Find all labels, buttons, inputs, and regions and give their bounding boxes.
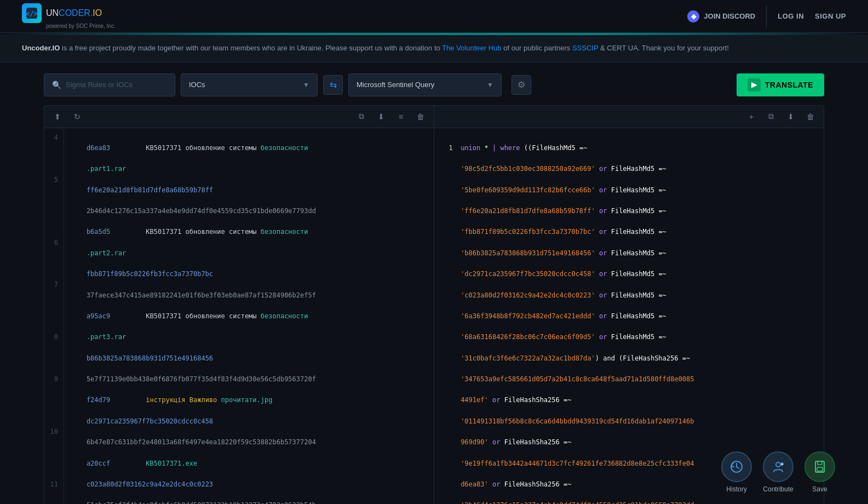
contribute-icon: + xyxy=(763,451,794,482)
ssscip-link[interactable]: SSSCIP xyxy=(572,44,598,52)
svg-point-3 xyxy=(776,462,780,467)
chevron-down-icon: ▼ xyxy=(487,81,493,89)
logo-main: UNCODER.IO xyxy=(46,8,102,18)
discord-label: JOIN DISCORD xyxy=(704,12,755,20)
header-nav: ◆ JOIN DISCORD LOG IN SIGN UP xyxy=(687,5,846,27)
right-editor-panel: + ⧉ ⬇ 🗑 1 union * | where ((FileHashMd5 … xyxy=(434,106,824,504)
svg-text:+: + xyxy=(781,462,783,466)
header: </> UNCODER.IO powered by SOC Prime, Inc… xyxy=(0,0,868,33)
settings-button[interactable]: ⚙ xyxy=(511,75,531,95)
banner-text1: is a free project proudly made together … xyxy=(60,44,442,52)
banner-brand: Uncoder.IO xyxy=(22,44,60,52)
copy-output-button[interactable]: ⧉ xyxy=(763,109,779,124)
svg-text:</>: </> xyxy=(25,9,38,18)
svg-rect-8 xyxy=(817,467,823,471)
discord-icon: ◆ xyxy=(687,10,699,22)
volunteer-hub-link[interactable]: The Volunteer Hub xyxy=(442,44,501,52)
upload-button[interactable]: ⬆ xyxy=(50,109,65,124)
zoom-button[interactable]: + xyxy=(744,109,759,124)
main-content: 🔍 Sigma Rules or IOCs IOCs ▼ ⇆ Microsoft… xyxy=(0,62,868,504)
translate-button[interactable]: ▶ TRANSLATE xyxy=(737,73,824,96)
output-code-content: 1 union * | where ((FileHashMd5 =~ '98c5… xyxy=(434,128,824,504)
discord-button[interactable]: ◆ JOIN DISCORD xyxy=(687,10,755,22)
banner-text2: of our public partners xyxy=(502,44,572,52)
download-output-button[interactable]: ⬇ xyxy=(783,109,798,124)
settings-icon[interactable]: ≡ xyxy=(393,109,409,124)
left-editor-toolbar: ⬆ ↻ ⧉ ⬇ ≡ 🗑 xyxy=(44,106,434,128)
output-type-select[interactable]: Microsoft Sentinel Query ▼ xyxy=(348,73,502,96)
powered-by: powered by SOC Prime, Inc. xyxy=(46,23,116,29)
left-code-content: d6ea83 KB5017371 обновление системы безо… xyxy=(64,128,434,504)
delete-button[interactable]: 🗑 xyxy=(413,109,428,124)
line-numbers: 4 5 6 7 xyxy=(44,128,64,504)
history-icon xyxy=(721,451,752,482)
contribute-label: Contribute xyxy=(763,485,793,493)
save-bottom-button[interactable]: Save xyxy=(804,451,835,493)
contribute-bottom-button[interactable]: + Contribute xyxy=(763,451,794,493)
signup-button[interactable]: SIGN UP xyxy=(815,12,846,20)
right-code-area: 1 union * | where ((FileHashMd5 =~ '98c5… xyxy=(434,128,824,504)
gear-icon: ⚙ xyxy=(518,79,525,90)
search-placeholder: Sigma Rules or IOCs xyxy=(66,81,133,89)
swap-icon: ⇆ xyxy=(330,79,337,90)
save-icon xyxy=(804,451,835,482)
history-bottom-button[interactable]: History xyxy=(721,451,752,493)
left-code-area[interactable]: 4 5 6 7 xyxy=(44,128,434,504)
login-button[interactable]: LOG IN xyxy=(778,12,804,20)
logo-io: IO xyxy=(93,8,102,18)
left-editor-panel: ⬆ ↻ ⧉ ⬇ ≡ 🗑 4 5 xyxy=(44,106,434,504)
translate-icon: ▶ xyxy=(748,78,761,91)
swap-button[interactable]: ⇆ xyxy=(323,75,343,95)
search-icon: 🔍 xyxy=(52,81,61,89)
output-type-label: Microsoft Sentinel Query xyxy=(357,81,434,89)
bottom-buttons: History + Contribute Save xyxy=(721,451,835,493)
delete-output-button[interactable]: 🗑 xyxy=(803,109,818,124)
chevron-down-icon: ▼ xyxy=(303,81,309,89)
download-button[interactable]: ⬇ xyxy=(373,109,389,124)
toolbar-row: 🔍 Sigma Rules or IOCs IOCs ▼ ⇆ Microsoft… xyxy=(44,73,824,96)
banner-text3: & CERT UA. Thank you for your support! xyxy=(598,44,728,52)
logo-area: </> UNCODER.IO powered by SOC Prime, Inc… xyxy=(22,3,116,29)
history-label: History xyxy=(726,485,746,493)
save-label: Save xyxy=(812,485,827,493)
logo-icon: </> xyxy=(22,3,42,23)
input-type-label: IOCs xyxy=(189,81,205,89)
history-button[interactable]: ↻ xyxy=(70,109,85,124)
banner: Uncoder.IO is a free project proudly mad… xyxy=(0,35,868,62)
logo-text: </> UNCODER.IO xyxy=(22,3,102,23)
editors-row: ⬆ ↻ ⧉ ⬇ ≡ 🗑 4 5 xyxy=(44,105,824,504)
right-editor-toolbar: + ⧉ ⬇ 🗑 xyxy=(434,106,824,128)
logo-coder: CODER. xyxy=(59,8,93,18)
logo-un: UN xyxy=(46,8,59,18)
copy-button[interactable]: ⧉ xyxy=(354,109,369,124)
nav-divider xyxy=(766,5,767,27)
search-box[interactable]: 🔍 Sigma Rules or IOCs xyxy=(44,73,175,96)
translate-label: TRANSLATE xyxy=(765,81,813,89)
deco-line xyxy=(0,33,868,35)
input-type-select[interactable]: IOCs ▼ xyxy=(181,73,318,96)
